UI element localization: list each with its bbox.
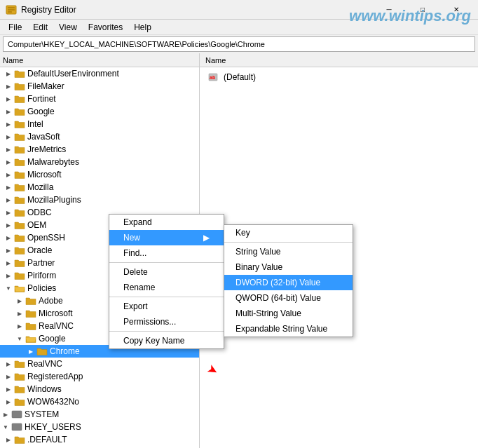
expand-arrow: ▶ (3, 383, 14, 395)
tree-item-default[interactable]: ▶ .DEFAULT (0, 433, 199, 446)
svg-rect-1 (8, 7, 15, 8)
ctx-item-find[interactable]: Find... (109, 245, 224, 261)
tree-item-microsoft[interactable]: ▶ Microsoft (0, 168, 199, 181)
folder-icon (14, 69, 25, 79)
folder-icon (14, 144, 25, 154)
folder-icon (14, 208, 25, 217)
tree-label: Malwarebytes (27, 157, 79, 167)
tree-label: Piriform (27, 271, 56, 280)
tree-label: RealVNC (39, 321, 74, 331)
folder-icon (14, 107, 25, 116)
folder-icon (11, 422, 22, 432)
tree-label: DefaultUserEnvironment (27, 69, 119, 79)
folder-icon (14, 182, 25, 192)
expand-arrow: ▶ (3, 371, 14, 382)
tree-item-malwarebytes[interactable]: ▶ Malwarebytes (0, 156, 199, 168)
folder-icon (14, 81, 25, 91)
tree-item-google[interactable]: ▶ Google (0, 105, 199, 118)
tree-label: Policies (27, 283, 56, 293)
expand-arrow: ▶ (14, 295, 25, 306)
sub-separator (224, 242, 353, 243)
tree-header: Name (0, 53, 199, 67)
expand-arrow: ▶ (3, 245, 14, 256)
tree-item-registeredapp[interactable]: ▶ RegisteredApp (0, 370, 199, 383)
tree-label: JreMetrics (27, 144, 66, 154)
tree-label: RealVNC (27, 359, 62, 369)
folder-icon (14, 258, 25, 268)
svg-rect-3 (8, 11, 12, 13)
tree-label: WOW6432No (27, 397, 79, 407)
sub-item-qword-value[interactable]: QWORD (64-bit) Value (224, 290, 353, 306)
tree-item-mozillaplugins[interactable]: ▶ MozillaPlugins (0, 194, 199, 206)
expand-arrow: ▶ (14, 308, 25, 319)
tree-label: Google (39, 334, 66, 344)
menu-view[interactable]: View (53, 21, 83, 33)
sub-item-expandable-string-value[interactable]: Expandable String Value (224, 321, 353, 337)
menu-help[interactable]: Help (128, 21, 157, 33)
expand-arrow: ▶ (0, 409, 11, 420)
expand-arrow: ▶ (3, 270, 14, 281)
expand-arrow: ▶ (3, 106, 14, 117)
folder-open-icon (25, 334, 36, 344)
menu-edit[interactable]: Edit (27, 21, 53, 33)
tree-item-hkey-users[interactable]: ▼ HKEY_USERS (0, 421, 199, 433)
tree-item-mozilla[interactable]: ▶ Mozilla (0, 181, 199, 194)
expand-arrow: ▶ (3, 68, 14, 79)
menu-file[interactable]: File (3, 21, 27, 33)
expand-arrow: ▶ (3, 144, 14, 155)
folder-open-icon (14, 283, 25, 293)
expand-arrow: ▶ (3, 93, 14, 104)
sub-item-binary-value[interactable]: Binary Value (224, 259, 353, 275)
tree-item-filemaker[interactable]: ▶ FileMaker (0, 80, 199, 93)
expand-arrow: ▶ (3, 358, 14, 369)
tree-label: Fortinet (27, 94, 56, 104)
ctx-item-permissions[interactable]: Permissions... (109, 314, 224, 330)
expand-arrow: ▶ (3, 118, 14, 130)
expand-arrow: ▶ (3, 194, 14, 205)
right-pane-content: ab (Default) (200, 67, 478, 87)
ctx-item-delete[interactable]: Delete (109, 264, 224, 280)
tree-label: ODBC (27, 208, 52, 217)
sub-item-key[interactable]: Key (224, 225, 353, 240)
tree-item-javasoft[interactable]: ▶ JavaSoft (0, 130, 199, 143)
tree-item-intel[interactable]: ▶ Intel (0, 118, 199, 130)
folder-icon (14, 157, 25, 167)
menu-favorites[interactable]: Favorites (83, 21, 128, 33)
ctx-item-copy-key-name[interactable]: Copy Key Name (109, 333, 224, 348)
folder-icon (11, 409, 22, 419)
folder-icon (14, 397, 25, 407)
right-pane-header-label: Name (205, 56, 226, 65)
right-pane-item-default[interactable]: ab (Default) (205, 70, 472, 84)
tree-item-wow6432no[interactable]: ▶ WOW6432No (0, 395, 199, 408)
ctx-item-rename[interactable]: Rename (109, 280, 224, 295)
close-button[interactable]: ✕ (440, 3, 472, 17)
tree-label: Partner (27, 258, 55, 268)
tree-item-defaultuserenvironment[interactable]: ▶ DefaultUserEnvironment (0, 67, 199, 80)
tree-label: RegisteredApp (27, 372, 83, 381)
ctx-item-expand[interactable]: Expand (109, 215, 224, 230)
tree-item-jremetrics[interactable]: ▶ JreMetrics (0, 143, 199, 156)
svg-text:ab: ab (210, 75, 215, 80)
tree-item-system[interactable]: ▶ SYSTEM (0, 408, 199, 421)
ctx-item-new[interactable]: New ▶ (109, 230, 224, 245)
minimize-button[interactable]: ─ (373, 3, 405, 17)
tree-item-realvnc[interactable]: ▶ RealVNC (0, 358, 199, 370)
sub-item-string-value[interactable]: String Value (224, 244, 353, 259)
ab-icon: ab (208, 72, 219, 83)
expand-arrow: ▶ (14, 320, 25, 332)
title-bar-left: Registry Editor (6, 4, 76, 15)
sub-item-dword-value[interactable]: DWORD (32-bit) Value (224, 275, 353, 290)
folder-icon (14, 435, 25, 444)
folder-icon (14, 384, 25, 394)
folder-icon (14, 372, 25, 381)
ctx-item-export[interactable]: Export (109, 299, 224, 314)
tree-label: SYSTEM (25, 409, 59, 419)
tree-label: JavaSoft (27, 132, 60, 142)
expand-arrow: ▶ (3, 207, 14, 218)
tree-item-fortinet[interactable]: ▶ Fortinet (0, 93, 199, 105)
maximize-button[interactable]: □ (407, 3, 439, 17)
tree-item-windows[interactable]: ▶ Windows (0, 383, 199, 395)
sub-item-multi-string-value[interactable]: Multi-String Value (224, 306, 353, 321)
menu-bar: File Edit View Favorites Help (0, 20, 478, 35)
ctx-separator-1 (109, 262, 224, 263)
